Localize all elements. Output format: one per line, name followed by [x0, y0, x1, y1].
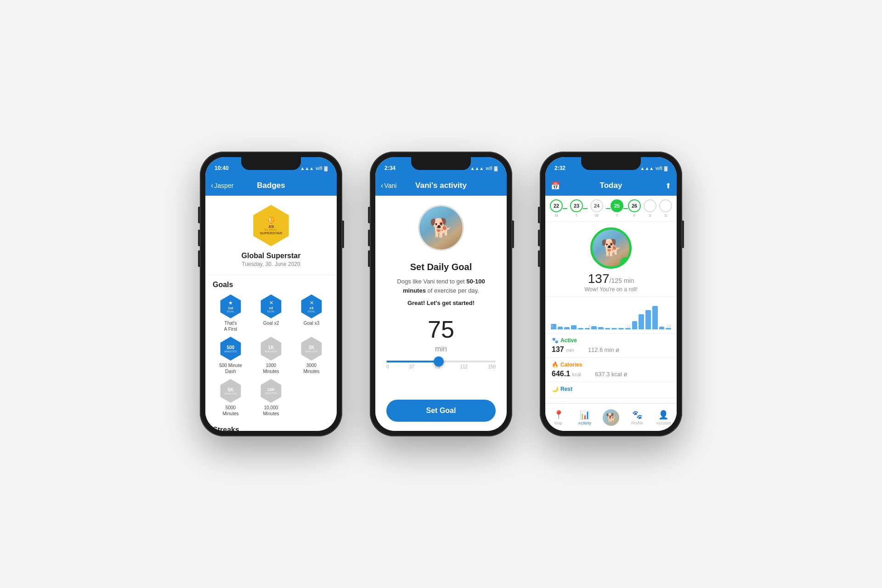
active-min-unit: min [566, 347, 574, 353]
activity-hero: 🐕 2 137/125 min Wow! You're on a roll! [545, 222, 677, 297]
desc-suffix: of exercise per day. [426, 287, 479, 294]
streaks-label: Streaks [205, 422, 337, 431]
week-day-23: 23 T [570, 199, 588, 218]
status-icons-1: ▲▲▲ wifi ▓ [300, 166, 328, 171]
calendar-icon[interactable]: 📅 [551, 181, 560, 190]
activity-avatar: 🐕 2 [590, 227, 632, 269]
day-label-s1: S [649, 213, 651, 218]
signal-icon-2: ▲▲▲ [470, 166, 484, 171]
calories-unit: kcal [572, 372, 582, 377]
today-screen: 22 M 23 T 24 W [545, 196, 677, 431]
goal-item-10k: 10K MINUTES 10,000Minutes [253, 379, 289, 417]
battery-icon-1: ▓ [324, 166, 328, 171]
goals-section: Goals ★ 1st GOAL That'sA First [205, 275, 337, 422]
dog-image-2: 🐕 [419, 206, 463, 249]
status-time-2: 2:34 [384, 165, 396, 171]
nav-bar-2: ‹ Vani Vani's activity [375, 175, 507, 196]
status-icons-3: ▲▲▲ wifi ▓ [640, 166, 667, 171]
nav-bar-1: ‹ Jasper Badges [205, 175, 337, 196]
activity-icon: 📊 [580, 410, 590, 420]
back-label-1: Jasper [214, 182, 233, 189]
dog-thumb-icon: 🐕 [603, 409, 619, 426]
goal-badge-5k: 5K MINUTES [219, 379, 243, 403]
goal-item-3k: 3K MINUTES 3000Minutes [294, 337, 329, 374]
nav-bar-3: 📅 Today ⬆ [545, 175, 677, 196]
goal-sublabel-x3: GOAL [308, 310, 316, 313]
hex-sublabel-superstar: SUPERSTAR [260, 231, 283, 235]
goal-num-1st: 1st [228, 306, 233, 310]
wifi-icon-1: wifi [316, 166, 322, 171]
goal-value: 75 [428, 316, 454, 343]
goal-badge-3k: 3K MINUTES [300, 337, 323, 361]
slider-thumb[interactable] [434, 356, 444, 367]
set-goal-btn-label: Set Goal [426, 407, 456, 415]
slider-label-150: 150 [488, 364, 496, 369]
goal-unit: min [435, 345, 447, 353]
day-circle-25[interactable]: 25 [611, 199, 623, 212]
tab-map[interactable]: 📍 Map [545, 410, 571, 425]
week-day-25-26: 25 T 26 F [606, 199, 641, 218]
goals-grid: ★ 1st GOAL That'sA First ✕ x2 GOAL [213, 294, 329, 417]
set-goal-title: Set Daily Goal [410, 262, 472, 272]
set-goal-desc: Dogs like Vani tend to get 50-100 minute… [386, 277, 496, 295]
day-label-w: W [595, 213, 599, 218]
trophy-icon: 🏆 [265, 216, 277, 228]
tab-photo[interactable]: 🐕 [598, 409, 624, 426]
goal-item-x3: ✕ x3 GOAL Goal x3 [294, 294, 329, 332]
tab-activity[interactable]: 📊 Activity [571, 410, 598, 425]
week-line-4 [623, 208, 628, 209]
back-button-2[interactable]: ‹ Vani [381, 181, 396, 190]
day-circle-23[interactable]: 23 [570, 199, 583, 212]
hex-shape: 🏆 GLOBAL SUPERSTAR [250, 205, 292, 246]
slider-container[interactable]: 0 37 75 112 150 [386, 361, 496, 369]
goal-badge-10k: 10K MINUTES [259, 379, 283, 403]
tab-profile[interactable]: 🐾 Profile [624, 410, 650, 425]
activity-mins-value: 137 [588, 271, 610, 286]
back-button-1[interactable]: ‹ Jasper [211, 181, 233, 190]
goal-label-500: 500 MinuteDash [219, 362, 242, 374]
notch-3 [581, 157, 641, 170]
goal-screen: 🐕 Set Daily Goal Dogs like Vani tend to … [375, 196, 507, 431]
week-line-3 [606, 208, 611, 209]
day-label-s2: S [664, 213, 667, 218]
back-arrow-1: ‹ [211, 181, 213, 190]
share-button[interactable]: ⬆ [665, 181, 671, 190]
goal-num-5k: 5K [228, 387, 234, 392]
phone-daily-goal: 2:34 ▲▲▲ wifi ▓ ‹ Vani Vani's activity 🐕 [370, 152, 512, 436]
calories-avg-val: 637.3 kcal ø [595, 372, 627, 377]
activity-badge: 2 [620, 257, 630, 267]
day-circle-22[interactable]: 22 [550, 199, 563, 212]
goal-badge-500: 500 MINUTES [219, 337, 243, 361]
stats-section: 🐾 Active 137 min 112.6 min ø [545, 334, 677, 403]
goal-sublabel-1st: GOAL [227, 310, 235, 313]
rest-label: 🌙 Rest [552, 386, 670, 392]
day-circle-24[interactable]: 24 [590, 199, 603, 212]
tab-account[interactable]: 👤 Account [650, 410, 677, 425]
signal-icon-3: ▲▲▲ [640, 166, 654, 171]
day-label-t2: T [616, 213, 618, 218]
nav-title-3: Today [600, 181, 622, 190]
week-line-2 [583, 208, 588, 209]
goal-badge-x3: ✕ x3 GOAL [300, 294, 323, 318]
calories-label: 🔥 Calories [552, 362, 670, 368]
goal-label-x2: Goal x2 [263, 320, 279, 326]
set-goal-button[interactable]: Set Goal [386, 400, 496, 422]
chart-area: 0 6 12 18 [545, 297, 677, 334]
day-circle-s2[interactable] [659, 199, 672, 212]
calories-val: 646.1 [552, 370, 570, 378]
tab-bar-3: 📍 Map 📊 Activity 🐕 🐾 Profile [545, 403, 677, 431]
goal-label-1k: 1000Minutes [263, 362, 279, 374]
active-min-val: 137 [552, 345, 564, 353]
day-circle-s1[interactable] [644, 199, 656, 212]
star-icon: ★ [228, 300, 233, 306]
account-icon: 👤 [658, 410, 668, 420]
signal-icon-1: ▲▲▲ [300, 166, 314, 171]
chart-label-6: 6 [588, 324, 591, 328]
back-label-2: Vani [384, 182, 396, 189]
phones-container: 10:40 ▲▲▲ wifi ▓ ‹ Jasper Badges [200, 152, 682, 436]
day-circle-26[interactable]: 26 [628, 199, 641, 212]
goal-sublabel-x2: GOAL [267, 310, 275, 313]
calories-values: 646.1 kcal 637.3 kcal ø [552, 370, 670, 378]
goal-badge-1st: ★ 1st GOAL [219, 294, 243, 318]
goal-sublabel-10k: MINUTES [265, 392, 277, 395]
